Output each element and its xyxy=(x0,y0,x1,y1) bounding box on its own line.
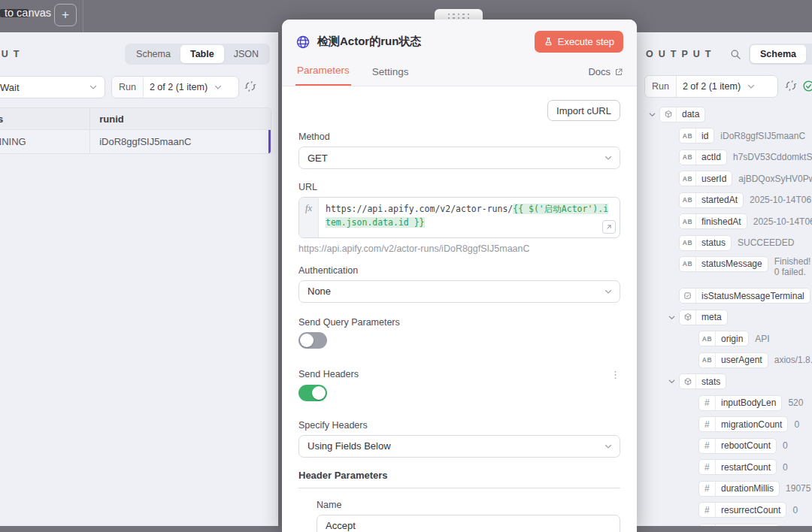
modal-tabs: Parameters Settings Docs xyxy=(295,62,623,86)
input-panel: INPUT SchemaTableJSON Wait Run 2 of 2 (1… xyxy=(0,32,278,526)
tree-key-pill[interactable]: isStatusMessageTerminal xyxy=(679,288,810,304)
tree-key: finishedAt xyxy=(696,214,747,228)
tree-key-pill[interactable]: ABstatus xyxy=(679,235,732,251)
object-type-icon xyxy=(680,310,696,325)
tree-key: restartCount xyxy=(716,460,776,474)
open-expression-editor-icon[interactable] xyxy=(602,220,616,234)
tree-key-pill[interactable]: ABstatusMessage xyxy=(679,256,768,272)
execute-step-button[interactable]: Execute step xyxy=(535,31,623,53)
tree-row[interactable]: #durationMillis19075 xyxy=(634,478,812,500)
tree-row[interactable]: ABidiDoR8ggfSIJ5maanC xyxy=(634,125,812,147)
output-run-selector[interactable]: Run 2 of 2 (1 item) xyxy=(644,75,778,98)
authentication-select[interactable]: None xyxy=(298,280,620,303)
tree-key-pill[interactable]: #rebootCount xyxy=(698,438,777,454)
table-row[interactable]: RUNNINGiDoR8ggfSIJ5maanC xyxy=(0,130,271,153)
authentication-label: Authentication xyxy=(298,265,620,276)
tree-row[interactable]: ABstartedAt2025-10-14T06:53 xyxy=(634,189,812,211)
tree-key: actId xyxy=(696,150,726,165)
tree-row[interactable]: ABuserAgentaxios/1.8.3 xyxy=(634,349,812,371)
tree-row[interactable]: ABactIdh7sDV53CddomktSi5 xyxy=(634,147,812,168)
tree-key-pill[interactable]: #inputBodyLen xyxy=(698,395,782,411)
specify-headers-value: Using Fields Below xyxy=(299,440,391,452)
tab-parameters[interactable]: Parameters xyxy=(295,65,351,86)
tree-row[interactable]: #rebootCount0 xyxy=(634,435,812,457)
search-icon[interactable] xyxy=(730,49,741,60)
tree-row[interactable]: #migrationCount0 xyxy=(634,414,812,436)
docs-link[interactable]: Docs xyxy=(588,66,623,86)
import-curl-button[interactable]: Import cURL xyxy=(547,100,620,121)
tree-key-pill[interactable]: ABorigin xyxy=(698,331,749,346)
input-panel-title: INPUT xyxy=(0,49,25,59)
tree-row[interactable]: #resurrectCount0 xyxy=(634,500,812,521)
options-menu-icon[interactable]: ⋮ xyxy=(611,369,620,380)
tree-key-pill[interactable]: data xyxy=(659,107,705,122)
header-name-input[interactable] xyxy=(317,515,620,532)
tree-key-pill[interactable]: ABfinishedAt xyxy=(679,213,747,229)
tree-key-pill[interactable]: #resurrectCount xyxy=(698,502,786,518)
input-node-selector[interactable]: Wait xyxy=(0,76,105,98)
tree-row[interactable]: meta xyxy=(634,307,812,328)
tree-value: SUCCEEDED xyxy=(738,237,794,248)
tree-key: statusMessage xyxy=(696,257,768,271)
tree-row[interactable]: ABstatusMessageFinished! To 0 failed. xyxy=(634,254,812,286)
tree-key-pill[interactable]: ABuserAgent xyxy=(698,352,768,368)
tree-key-pill[interactable]: meta xyxy=(679,310,728,325)
header-parameters-divider xyxy=(298,488,620,488)
chevron-down-icon[interactable] xyxy=(664,313,679,322)
tree-key-pill[interactable]: stats xyxy=(679,373,726,389)
tree-key: userAgent xyxy=(716,353,768,367)
tree-key-pill[interactable]: ABactId xyxy=(679,150,727,165)
chevron-down-icon[interactable] xyxy=(664,377,679,385)
back-to-canvas-label[interactable]: to canvas xyxy=(5,7,51,19)
tree-key-pill[interactable]: #durationMillis xyxy=(698,481,780,497)
input-table: statusrunid RUNNINGiDoR8ggfSIJ5maanC xyxy=(0,107,271,154)
unlink-run-icon[interactable] xyxy=(244,80,256,92)
modal-header: 检测Actor的run状态 Execute step Parameters Se… xyxy=(282,20,637,86)
view-tab-schema[interactable]: Schema xyxy=(750,45,806,63)
tree-key: meta xyxy=(696,310,727,325)
tree-value: 0 xyxy=(792,505,798,515)
method-select[interactable]: GET xyxy=(298,147,620,169)
string-type-icon: AB xyxy=(680,214,696,228)
node-title: 检测Actor的run状态 xyxy=(317,35,421,49)
tab-settings[interactable]: Settings xyxy=(371,66,411,86)
tree-row[interactable]: ABstatusSUCCEEDED xyxy=(634,232,812,254)
tree-key-pill[interactable]: #migrationCount xyxy=(698,416,788,432)
unlink-run-icon[interactable] xyxy=(785,80,797,92)
tree-row[interactable]: #inputBodyLen520 xyxy=(634,392,812,414)
success-check-icon xyxy=(802,80,812,92)
send-query-parameters-label: Send Query Parameters xyxy=(298,317,620,328)
tree-row[interactable]: stats xyxy=(634,371,812,393)
tree-key-pill[interactable]: #runTimeSecs xyxy=(698,524,780,526)
tree-key-pill[interactable]: #restartCount xyxy=(698,459,777,475)
send-query-parameters-toggle[interactable] xyxy=(298,332,327,349)
send-headers-toggle[interactable] xyxy=(298,385,327,401)
view-tab-table[interactable]: Table xyxy=(180,45,224,63)
tree-row[interactable]: isStatusMessageTerminaltrue xyxy=(634,286,812,307)
add-node-button[interactable]: + xyxy=(54,4,77,26)
tree-key: startedAt xyxy=(696,193,743,207)
output-run-value: 2 of 2 (1 item) xyxy=(677,81,747,92)
tree-value: axios/1.8.3 xyxy=(774,355,812,365)
view-tab-json[interactable]: JSON xyxy=(224,45,268,63)
input-run-selector[interactable]: Run 2 of 2 (1 item) xyxy=(111,76,239,98)
selected-row-marker xyxy=(268,130,271,153)
chevron-down-icon[interactable] xyxy=(644,110,659,119)
view-tab-schema[interactable]: Schema xyxy=(126,45,180,63)
tree-row[interactable]: data xyxy=(634,104,812,125)
tree-row[interactable]: #runTimeSecs19.075 xyxy=(634,521,812,526)
tree-key-pill[interactable]: ABuserId xyxy=(679,171,732,186)
url-resolved-value: https://api.apify.com/v2/actor-runs/iDoR… xyxy=(298,243,620,254)
tree-key-pill[interactable]: ABstartedAt xyxy=(679,192,744,208)
tree-row[interactable]: #restartCount0 xyxy=(634,457,812,479)
tree-value: 0 xyxy=(783,462,788,473)
tree-row[interactable]: ABuserIdajBDQoxSyHV0PwCg xyxy=(634,168,812,190)
input-node-selector-value: Wait xyxy=(0,82,20,93)
view-tab-table[interactable]: Table xyxy=(806,45,812,63)
specify-headers-select[interactable]: Using Fields Below xyxy=(298,435,620,458)
tree-key-pill[interactable]: ABid xyxy=(679,128,714,144)
tree-row[interactable]: ABfinishedAt2025-10-14T06:5 xyxy=(634,211,812,233)
url-expression-field[interactable]: fx https://api.apify.com/v2/actor-runs/{… xyxy=(298,197,620,238)
tree-row[interactable]: ABoriginAPI xyxy=(634,328,812,350)
string-type-icon: AB xyxy=(680,171,696,186)
